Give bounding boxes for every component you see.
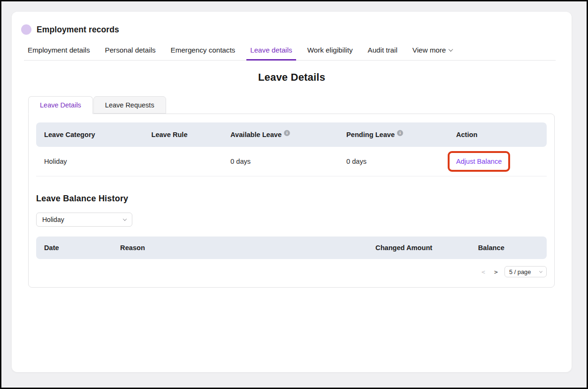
page-title: Employment records	[37, 25, 119, 35]
leave-details-content: Leave Details Leave Requests Leave Categ…	[28, 96, 555, 288]
tab-view-more[interactable]: View more	[409, 42, 456, 60]
prev-page-button[interactable]: <	[479, 268, 488, 275]
tab-emergency-contacts[interactable]: Emergency contacts	[167, 42, 239, 60]
col-leave-category: Leave Category	[36, 131, 143, 138]
tab-work-eligibility[interactable]: Work eligibility	[304, 42, 357, 60]
card-header: Employment records	[12, 12, 572, 35]
col-balance: Balance	[470, 244, 547, 252]
tab-personal-details[interactable]: Personal details	[101, 42, 160, 60]
leave-table-header: Leave Category Leave Rule Available Leav…	[36, 122, 547, 147]
col-date: Date	[36, 244, 112, 252]
subtab-leave-details[interactable]: Leave Details	[28, 96, 93, 114]
col-action: Action	[448, 131, 547, 138]
category-filter-select[interactable]: Holiday	[36, 213, 132, 227]
cell-action: Adjust Balance	[448, 151, 547, 172]
col-available-leave: Available Leave	[222, 131, 338, 138]
col-reason: Reason	[112, 244, 367, 252]
pagination: < > 5 / page	[36, 266, 547, 277]
cell-available-leave: 0 days	[222, 158, 338, 165]
leave-balance-history-heading: Leave Balance History	[36, 194, 547, 204]
tab-audit-trail[interactable]: Audit trail	[364, 42, 401, 60]
col-leave-rule: Leave Rule	[143, 131, 222, 138]
adjust-balance-link[interactable]: Adjust Balance	[456, 158, 502, 165]
category-filter-value: Holiday	[42, 216, 64, 223]
cell-leave-category: Holiday	[36, 158, 143, 165]
chevron-down-icon	[539, 269, 542, 273]
sub-tabs: Leave Details Leave Requests	[28, 96, 555, 114]
subtab-leave-requests[interactable]: Leave Requests	[93, 96, 166, 114]
pending-leave-info-icon[interactable]	[397, 130, 403, 136]
page-size-value: 5 / page	[509, 268, 531, 275]
col-changed-amount: Changed Amount	[367, 244, 470, 252]
chevron-down-icon	[123, 217, 127, 221]
history-table-header: Date Reason Changed Amount Balance	[36, 236, 547, 259]
col-pending-leave: Pending Leave	[338, 131, 448, 138]
employment-records-card: Employment records Employment details Pe…	[12, 12, 572, 372]
screen-frame: Employment records Employment details Pe…	[0, 0, 588, 389]
available-leave-info-icon[interactable]	[284, 130, 290, 136]
nav-tabs: Employment details Personal details Emer…	[24, 42, 556, 61]
avatar	[21, 24, 31, 35]
leave-table-row: Holiday 0 days 0 days Adjust Balance	[36, 147, 547, 176]
tab-leave-details[interactable]: Leave details	[246, 42, 296, 61]
tab-employment-details[interactable]: Employment details	[24, 42, 94, 60]
annotation-highlight-box: Adjust Balance	[448, 151, 510, 172]
leave-details-heading: Leave Details	[12, 71, 572, 84]
leave-details-panel: Leave Category Leave Rule Available Leav…	[28, 114, 555, 288]
cell-pending-leave: 0 days	[338, 158, 448, 165]
chevron-down-icon	[449, 47, 453, 52]
next-page-button[interactable]: >	[492, 268, 500, 275]
page-size-select[interactable]: 5 / page	[504, 266, 547, 277]
